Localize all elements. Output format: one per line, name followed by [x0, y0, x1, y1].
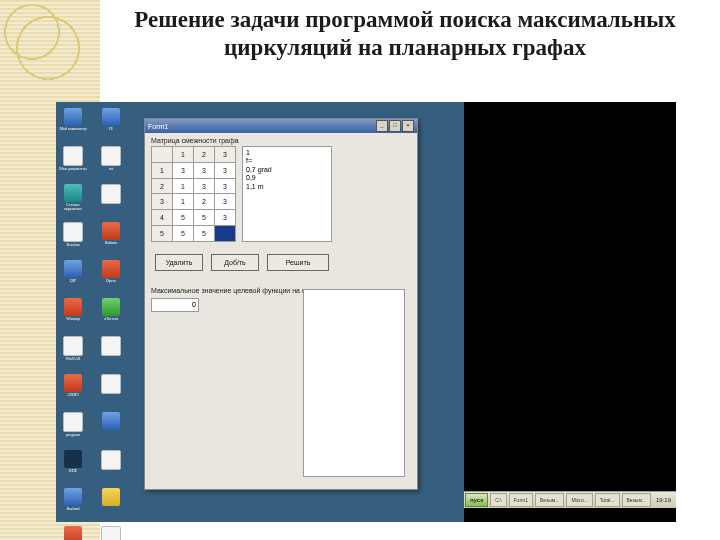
app-icon [102, 222, 120, 240]
taskbar[interactable]: пуск C:\Form1Безым...Micro...Total...Без… [464, 491, 676, 508]
desktop-icon[interactable] [100, 336, 122, 366]
close-button[interactable]: × [402, 120, 414, 132]
desktop-icon[interactable]: program [62, 412, 84, 442]
app-icon [63, 222, 83, 242]
solve-button[interactable]: Решить [267, 254, 329, 271]
app-icon [101, 374, 121, 394]
desktop-icon[interactable]: BDE [62, 450, 84, 480]
desktop-icon[interactable]: Winamp [62, 298, 84, 328]
taskbar-items: C:\Form1Безым...Micro...Total...Безым... [488, 493, 651, 507]
app-icon [101, 526, 121, 540]
icon-label: Korzina [58, 243, 88, 247]
taskbar-item[interactable]: Безым... [535, 493, 564, 507]
desktop-icon[interactable]: Мой компьютер [62, 108, 84, 138]
taskbar-item[interactable]: Total... [595, 493, 620, 507]
grid-cell[interactable] [215, 226, 236, 242]
icon-label: Сетевое окружение [58, 203, 88, 211]
desktop-icon[interactable] [100, 374, 122, 404]
app-icon [64, 184, 82, 202]
desktop[interactable]: Мой компьютерМои документыСетевое окруже… [56, 102, 464, 522]
app-icon [102, 260, 120, 278]
add-button[interactable]: Доб/ть [211, 254, 259, 271]
button-row: Удалить Доб/ть Решить [155, 254, 417, 271]
app-icon [101, 146, 121, 166]
maximize-button[interactable]: □ [389, 120, 401, 132]
app-icon [64, 526, 82, 540]
listbox-line: 0,7 grad [246, 166, 328, 174]
app-icon [101, 184, 121, 204]
desktop-icon[interactable]: QIP [62, 260, 84, 290]
icon-label: WinRAR [58, 357, 88, 361]
desktop-icon[interactable]: Adobe [62, 526, 84, 540]
grid-cell[interactable]: 3 [215, 162, 236, 178]
desktop-icon[interactable]: Borland [62, 488, 84, 518]
desktop-icon[interactable] [100, 488, 122, 518]
grid-cell[interactable]: 3 [194, 162, 215, 178]
desktop-icon[interactable]: Radmin [100, 222, 122, 252]
taskbar-item[interactable]: C:\ [490, 493, 506, 507]
desktop-icon[interactable]: Сетевое окружение [62, 184, 84, 214]
desktop-icon[interactable]: AIMP2 [62, 374, 84, 404]
listbox-line: 1,1 m [246, 183, 328, 191]
desktop-icon[interactable]: txt [100, 146, 122, 176]
screenshot-stage: Мой компьютерМои документыСетевое окруже… [56, 102, 676, 522]
objective-value-field[interactable]: 0 [151, 298, 199, 312]
icon-label: IE [96, 127, 126, 131]
icon-label: QIP [58, 279, 88, 283]
grid-cell[interactable]: 5 [173, 226, 194, 242]
grid-cell[interactable]: 1 [173, 194, 194, 210]
taskbar-item[interactable]: Micro... [566, 493, 592, 507]
window-titlebar[interactable]: Form1 _ □ × [145, 119, 417, 133]
app-icon [64, 374, 82, 392]
desktop-icon[interactable] [100, 450, 122, 480]
icon-label: program [58, 433, 88, 437]
app-icon [101, 450, 121, 470]
taskbar-item[interactable]: Form1 [509, 493, 533, 507]
grid-cell[interactable]: 3 [173, 162, 194, 178]
delete-button[interactable]: Удалить [155, 254, 203, 271]
app-window: Form1 _ □ × Матрица смежности графа 1231… [144, 118, 418, 490]
output-panel [303, 289, 405, 477]
grid-cell[interactable]: 3 [215, 178, 236, 194]
start-button[interactable]: пуск [465, 493, 488, 507]
taskbar-clock: 19:19 [653, 497, 674, 503]
taskbar-item[interactable]: Безым... [622, 493, 651, 507]
desktop-icon[interactable]: uTorrent [100, 298, 122, 328]
app-icon [102, 412, 120, 430]
desktop-icon[interactable]: Opera [100, 260, 122, 290]
app-icon [102, 488, 120, 506]
icon-label: Radmin [96, 241, 126, 245]
window-title: Form1 [148, 123, 168, 130]
desktop-icon[interactable]: Мои документы [62, 146, 84, 176]
window-control-buttons: _ □ × [376, 120, 414, 132]
desktop-icon-column-1: Мой компьютерМои документыСетевое окруже… [62, 108, 84, 540]
desktop-icon[interactable]: WinRAR [62, 336, 84, 366]
slide: Решение задачи программой поиска максима… [0, 0, 720, 540]
desktop-icon[interactable] [100, 412, 122, 442]
app-icon [64, 450, 82, 468]
icon-label: uTorrent [96, 317, 126, 321]
app-icon [63, 412, 83, 432]
icon-label: BDE [58, 469, 88, 473]
app-icon [64, 298, 82, 316]
grid-cell[interactable]: 3 [194, 178, 215, 194]
slide-title: Решение задачи программой поиска максима… [100, 6, 710, 62]
grid-cell[interactable]: 3 [215, 210, 236, 226]
minimize-button[interactable]: _ [376, 120, 388, 132]
desktop-icon[interactable]: Korzina [62, 222, 84, 252]
grid-cell[interactable]: 3 [215, 194, 236, 210]
desktop-icon[interactable] [100, 184, 122, 214]
grid-cell[interactable]: 5 [194, 210, 215, 226]
grid-cell[interactable]: 5 [173, 210, 194, 226]
icon-label: Мой компьютер [58, 127, 88, 131]
desktop-icon[interactable] [100, 526, 122, 540]
grid-cell[interactable]: 5 [194, 226, 215, 242]
result-listbox[interactable]: 1f=0,7 grad0,91,1 m [242, 146, 332, 242]
grid-cell[interactable]: 2 [194, 194, 215, 210]
grid-cell[interactable]: 1 [173, 178, 194, 194]
adjacency-matrix-grid[interactable]: 1231333213331234553555 [151, 146, 236, 242]
icon-label: Winamp [58, 317, 88, 321]
app-icon [102, 298, 120, 316]
listbox-line: 0,9 [246, 174, 328, 182]
desktop-icon[interactable]: IE [100, 108, 122, 138]
